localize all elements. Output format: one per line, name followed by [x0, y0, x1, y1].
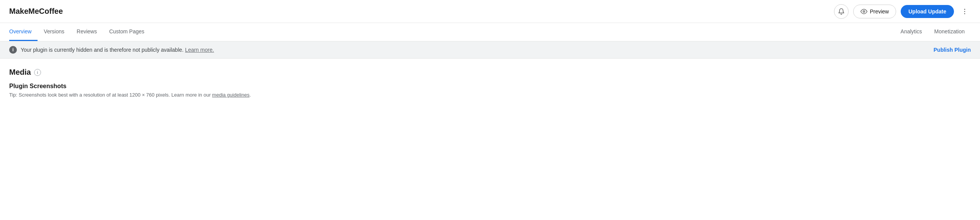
svg-point-0	[863, 10, 865, 12]
media-section-title: Media	[9, 68, 31, 77]
plugin-screenshots-title: Plugin Screenshots	[9, 83, 971, 90]
media-guidelines-link[interactable]: media guidelines	[212, 92, 250, 98]
svg-point-1	[964, 8, 965, 10]
alert-message: Your plugin is currently hidden and is t…	[21, 47, 214, 53]
eye-icon	[860, 8, 867, 15]
header: MakeMeCoffee Preview Upload Update	[0, 0, 980, 23]
nav-tabs-right: Analytics Monetization	[901, 23, 971, 41]
svg-point-2	[964, 11, 965, 12]
alert-left: i Your plugin is currently hidden and is…	[9, 46, 214, 54]
preview-button[interactable]: Preview	[853, 5, 896, 18]
header-right: Preview Upload Update	[834, 4, 971, 19]
media-section-title-row: Media i	[9, 68, 971, 77]
info-circle-icon: i	[9, 46, 17, 54]
header-left: MakeMeCoffee	[9, 7, 63, 16]
tip-text: Tip: Screenshots look best with a resolu…	[9, 92, 971, 98]
tab-custom-pages[interactable]: Custom Pages	[103, 23, 151, 41]
tab-versions[interactable]: Versions	[38, 23, 70, 41]
upload-update-label: Upload Update	[908, 8, 946, 15]
alert-bar: i Your plugin is currently hidden and is…	[0, 41, 980, 59]
svg-point-3	[964, 13, 965, 14]
upload-update-button[interactable]: Upload Update	[901, 5, 954, 18]
more-vertical-icon	[961, 8, 969, 15]
app-title: MakeMeCoffee	[9, 7, 63, 16]
bell-button[interactable]	[834, 4, 849, 19]
publish-plugin-link[interactable]: Publish Plugin	[934, 47, 971, 53]
nav-tabs-left: Overview Versions Reviews Custom Pages	[9, 23, 151, 41]
tab-reviews[interactable]: Reviews	[70, 23, 103, 41]
nav-bar: Overview Versions Reviews Custom Pages A…	[0, 23, 980, 41]
tab-overview[interactable]: Overview	[9, 23, 38, 41]
more-options-button[interactable]	[959, 5, 971, 18]
learn-more-link[interactable]: Learn more.	[185, 47, 214, 53]
content-area: Media i Plugin Screenshots Tip: Screensh…	[0, 59, 980, 98]
preview-label: Preview	[870, 8, 889, 15]
tab-analytics[interactable]: Analytics	[901, 23, 928, 41]
tab-monetization[interactable]: Monetization	[928, 23, 971, 41]
bell-icon	[838, 8, 845, 15]
media-info-icon[interactable]: i	[34, 69, 41, 76]
